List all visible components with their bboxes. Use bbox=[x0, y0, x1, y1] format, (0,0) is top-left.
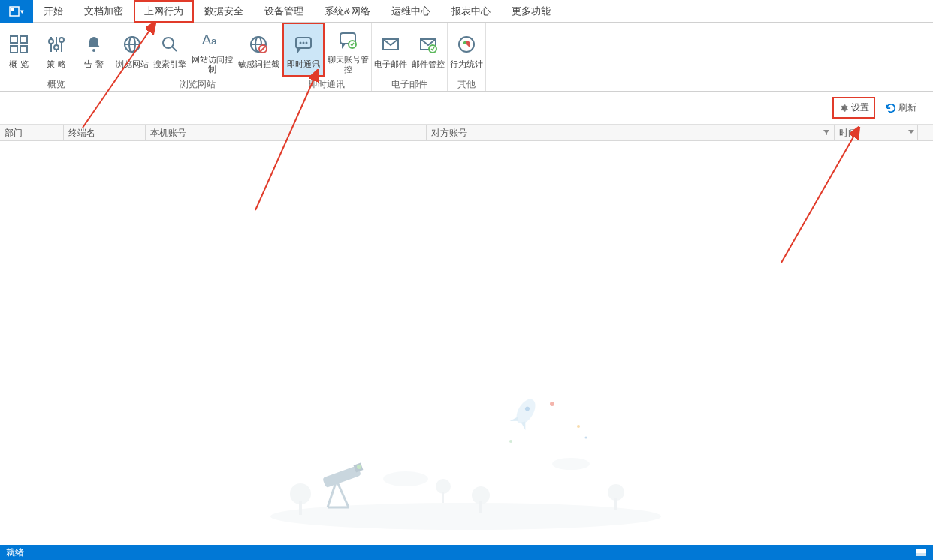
globe-block-icon bbox=[246, 32, 270, 56]
svg-point-54 bbox=[550, 402, 554, 406]
ribbon-btn-0-0[interactable]: 概 览 bbox=[0, 23, 38, 77]
svg-point-44 bbox=[383, 471, 428, 486]
ribbon-group-2: 即时通讯聊天账号管控即时通讯 bbox=[282, 23, 372, 91]
ribbon-btn-0-2[interactable]: 告 警 bbox=[75, 23, 113, 77]
ribbon-btn-2-0[interactable]: 即时通讯 bbox=[282, 23, 325, 77]
refresh-label: 刷新 bbox=[898, 101, 916, 114]
menu-item-2[interactable]: 上网行为 bbox=[134, 0, 194, 23]
menu-item-4[interactable]: 设备管理 bbox=[254, 0, 314, 23]
chat-lock-icon bbox=[336, 28, 360, 52]
svg-rect-43 bbox=[614, 498, 617, 510]
refresh-icon bbox=[886, 103, 896, 113]
col-peer-account-label: 对方账号 bbox=[431, 128, 467, 138]
ribbon-group-label: 电子邮件 bbox=[372, 77, 447, 94]
svg-rect-3 bbox=[20, 36, 27, 43]
chat-icon bbox=[291, 32, 316, 56]
ribbon-btn-0-1[interactable]: 策 略 bbox=[38, 23, 75, 77]
globe-icon bbox=[120, 32, 144, 56]
svg-point-56 bbox=[577, 425, 580, 428]
svg-point-48 bbox=[357, 465, 361, 469]
col-local-account[interactable]: 本机账号 bbox=[146, 125, 427, 140]
refresh-button[interactable]: 刷新 bbox=[883, 100, 919, 116]
svg-point-36 bbox=[290, 483, 311, 504]
ribbon-btn-label: 敏感词拦截 bbox=[238, 59, 279, 69]
grid-icon bbox=[7, 32, 31, 56]
svg-point-38 bbox=[436, 479, 451, 494]
menu-bar: ▾ 开始文档加密上网行为数据安全设备管理系统&网络运维中心报表中心更多功能 bbox=[0, 0, 933, 23]
menu-item-6[interactable]: 运维中心 bbox=[381, 0, 441, 23]
menu-item-7[interactable]: 报表中心 bbox=[441, 0, 501, 23]
ribbon-group-label: 浏览网站 bbox=[113, 77, 282, 94]
svg-rect-2 bbox=[11, 36, 17, 43]
ribbon-btn-1-1[interactable]: 搜索引擎 bbox=[151, 23, 189, 77]
toolbar-row: 设置 刷新 bbox=[0, 92, 933, 125]
ribbon-btn-label: 浏览网站 bbox=[116, 59, 149, 69]
ribbon-btn-label: 告 警 bbox=[84, 59, 103, 69]
sliders-icon bbox=[44, 32, 68, 56]
svg-point-52 bbox=[512, 396, 539, 426]
ribbon-btn-label: 行为统计 bbox=[450, 59, 483, 69]
content-area bbox=[0, 141, 933, 537]
svg-point-9 bbox=[54, 45, 59, 50]
svg-text:a: a bbox=[211, 35, 217, 47]
svg-point-11 bbox=[59, 38, 64, 42]
col-time[interactable]: 时间 bbox=[835, 125, 918, 140]
svg-line-17 bbox=[172, 47, 177, 51]
status-tray-icon[interactable] bbox=[915, 548, 927, 557]
svg-line-50 bbox=[337, 480, 349, 507]
svg-point-16 bbox=[163, 38, 174, 48]
ribbon-btn-3-0[interactable]: 电子邮件 bbox=[372, 23, 409, 77]
globe-stats-icon bbox=[454, 32, 479, 56]
app-menu-icon[interactable]: ▾ bbox=[0, 0, 33, 23]
ribbon-group-label: 概览 bbox=[0, 77, 113, 94]
svg-point-27 bbox=[303, 42, 305, 44]
ribbon-btn-2-1[interactable]: 聊天账号管控 bbox=[325, 23, 371, 77]
svg-rect-0 bbox=[10, 7, 19, 16]
svg-point-26 bbox=[300, 42, 302, 44]
chevron-down-icon[interactable] bbox=[908, 130, 914, 134]
ribbon-btn-label: 电子邮件 bbox=[374, 59, 407, 69]
col-terminal[interactable]: 终端名 bbox=[64, 125, 146, 140]
svg-text:A: A bbox=[202, 32, 211, 47]
col-peer-account[interactable]: 对方账号 bbox=[427, 125, 835, 140]
search-icon bbox=[158, 32, 182, 56]
menu-item-5[interactable]: 系统&网络 bbox=[314, 0, 381, 23]
col-department[interactable]: 部门 bbox=[0, 125, 64, 140]
ribbon: 概 览策 略告 警概览浏览网站搜索引擎Aa网站访问控制敏感词拦截浏览网站即时通讯… bbox=[0, 23, 933, 92]
ribbon-btn-1-0[interactable]: 浏览网站 bbox=[113, 23, 151, 77]
svg-rect-5 bbox=[20, 46, 27, 53]
settings-button[interactable]: 设置 bbox=[832, 97, 875, 119]
ribbon-btn-label: 邮件管控 bbox=[412, 59, 445, 69]
col-spacer bbox=[918, 125, 933, 140]
svg-rect-41 bbox=[479, 501, 482, 513]
status-text: 就绪 bbox=[6, 546, 24, 559]
svg-point-57 bbox=[585, 437, 587, 439]
text-aa-icon: Aa bbox=[200, 28, 224, 52]
svg-rect-1 bbox=[11, 8, 14, 11]
svg-point-55 bbox=[509, 440, 512, 443]
status-bar: 就绪 bbox=[0, 545, 933, 560]
ribbon-btn-3-1[interactable]: 邮件管控 bbox=[409, 23, 447, 77]
svg-point-28 bbox=[306, 42, 308, 44]
svg-rect-39 bbox=[442, 492, 444, 503]
ribbon-group-label: 即时通讯 bbox=[282, 77, 371, 94]
svg-point-7 bbox=[49, 39, 53, 44]
menu-item-1[interactable]: 文档加密 bbox=[74, 0, 134, 23]
ribbon-btn-label: 网站访问控制 bbox=[189, 55, 235, 74]
menu-item-8[interactable]: 更多功能 bbox=[501, 0, 561, 23]
ribbon-group-label: 其他 bbox=[448, 77, 485, 94]
menu-item-3[interactable]: 数据安全 bbox=[194, 0, 254, 23]
ribbon-btn-label: 概 览 bbox=[9, 59, 28, 69]
bell-icon bbox=[82, 32, 106, 56]
filter-icon[interactable] bbox=[823, 130, 829, 136]
ribbon-btn-4-0[interactable]: 行为统计 bbox=[448, 23, 485, 77]
col-time-label: 时间 bbox=[839, 128, 857, 138]
ribbon-btn-label: 聊天账号管控 bbox=[325, 55, 371, 74]
svg-rect-37 bbox=[299, 501, 302, 515]
ribbon-group-1: 浏览网站搜索引擎Aa网站访问控制敏感词拦截浏览网站 bbox=[113, 23, 282, 91]
ribbon-btn-1-2[interactable]: Aa网站访问控制 bbox=[189, 23, 235, 77]
ribbon-group-4: 行为统计其他 bbox=[448, 23, 486, 91]
empty-state-illustration bbox=[255, 381, 676, 531]
menu-item-0[interactable]: 开始 bbox=[33, 0, 74, 23]
ribbon-btn-1-3[interactable]: 敏感词拦截 bbox=[235, 23, 282, 77]
